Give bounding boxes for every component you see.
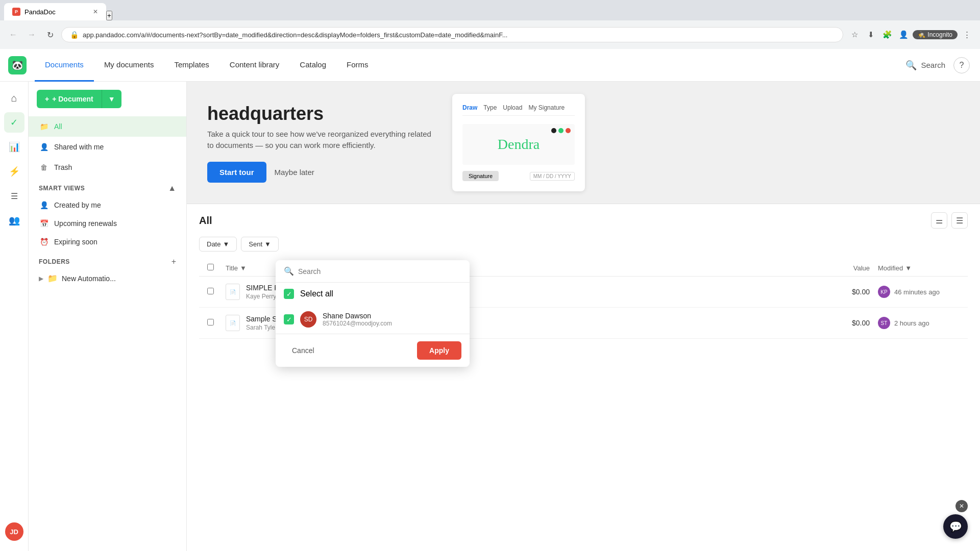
docs-area: All ⚌ ☰ Date ▼ Sent ▼ (187, 204, 980, 551)
upcoming-renewals-label: Upcoming renewals (54, 219, 117, 228)
filter-sort-btn[interactable]: ⚌ (931, 212, 947, 229)
sidebar-item-trash[interactable]: 🗑 Trash (29, 157, 186, 178)
dropdown-select-all-item[interactable]: ✓ Select all (276, 283, 470, 305)
new-doc-group: + + Document ▼ (37, 90, 178, 108)
folder-icon: 📁 (39, 121, 49, 132)
nav-content-library[interactable]: Content library (219, 49, 290, 82)
folders-title: FOLDERS (39, 258, 70, 265)
user-avatar-btn[interactable]: JD (5, 522, 23, 541)
doc-value-0: $0.00 (827, 288, 878, 296)
date-filter-btn[interactable]: Date ▼ (199, 237, 237, 252)
sig-label-btn[interactable]: Signature (462, 171, 499, 181)
dropdown-user-item[interactable]: ✓ SD Shane Dawson 85761024@moodjoy.com (276, 305, 470, 334)
download-button[interactable]: ⬇ (864, 28, 878, 42)
row-checkbox-input-1[interactable] (207, 319, 214, 325)
user-name: Shane Dawson (323, 312, 461, 320)
lightning-icon-btn[interactable]: ⚡ (4, 161, 24, 182)
address-bar[interactable]: 🔒 app.pandadoc.com/a/#/documents-next?so… (61, 27, 843, 42)
back-button[interactable]: ← (6, 28, 20, 42)
tour-image-card: Draw Type Upload My Signature Dendra (452, 94, 585, 191)
new-document-dropdown-btn[interactable]: ▼ (102, 90, 121, 108)
forms-icon-btn[interactable]: ☰ (4, 186, 24, 206)
sig-tab-draw[interactable]: Draw (462, 104, 477, 111)
shared-with-me-label: Shared with me (54, 143, 104, 151)
incognito-label: Incognito (927, 31, 952, 38)
nav-documents[interactable]: Documents (35, 49, 94, 82)
sidebar-expiring-soon[interactable]: ⏰ Expiring soon (29, 233, 186, 251)
select-all-checkbox[interactable] (207, 264, 214, 270)
contacts-icon-btn[interactable]: 👥 (4, 210, 24, 231)
extensions-button[interactable]: 🧩 (880, 28, 894, 42)
apply-button[interactable]: Apply (417, 341, 461, 360)
new-document-button[interactable]: + + Document (37, 90, 102, 108)
trash-icon: 🗑 (39, 162, 49, 172)
sig-signature-preview: Dendra (498, 136, 540, 153)
search-button[interactable]: 🔍 Search (905, 60, 945, 71)
help-button[interactable]: ? (953, 57, 970, 73)
chat-fab-button[interactable]: 💬 (943, 514, 968, 539)
sidebar-item-shared[interactable]: 👤 Shared with me (29, 137, 186, 157)
sent-filter-label: Sent (249, 240, 262, 248)
new-tab-button[interactable]: + (106, 11, 112, 20)
smart-views-toggle[interactable]: ▲ (168, 184, 176, 193)
sidebar-upcoming-renewals[interactable]: 📅 Upcoming renewals (29, 214, 186, 233)
nav-my-documents[interactable]: My documents (94, 49, 164, 82)
sent-filter-arrow: ▼ (264, 240, 271, 248)
sig-tab-upload[interactable]: Upload (503, 104, 522, 111)
sig-tab-type[interactable]: Type (483, 104, 497, 111)
docs-filters: Date ▼ Sent ▼ (199, 237, 968, 252)
bookmark-button[interactable]: ☆ (847, 28, 862, 42)
start-tour-button[interactable]: Start tour (207, 162, 266, 183)
nav-forms[interactable]: Forms (336, 49, 379, 82)
nav-catalog[interactable]: Catalog (289, 49, 336, 82)
doc-avatar-0: KP (878, 286, 890, 298)
reload-button[interactable]: ↻ (43, 28, 57, 42)
forward-button[interactable]: → (24, 28, 39, 42)
nav-templates[interactable]: Templates (164, 49, 219, 82)
add-folder-btn[interactable]: + (172, 257, 176, 266)
profile-button[interactable]: 👤 (896, 28, 911, 42)
checkmark-icon: ✓ (286, 290, 292, 298)
search-label: Search (921, 61, 945, 69)
dropdown-search-input[interactable] (298, 267, 461, 276)
created-by-me-icon: 👤 (39, 200, 49, 210)
select-all-checkbox-dropdown[interactable]: ✓ (284, 289, 294, 299)
sidebar-created-by-me[interactable]: 👤 Created by me (29, 196, 186, 214)
view-toggle-btn[interactable]: ☰ (951, 212, 968, 229)
menu-button[interactable]: ⋮ (960, 28, 974, 42)
cancel-button[interactable]: Cancel (284, 342, 323, 359)
app-container: 🐼 Documents My documents Templates Conte… (0, 49, 980, 551)
expiring-soon-label: Expiring soon (54, 238, 97, 246)
docs-icon-btn[interactable]: ✓ (4, 112, 24, 133)
chat-icon: 💬 (949, 520, 962, 533)
tour-description: Take a quick tour to see how we've reorg… (207, 129, 432, 152)
logo-icon: 🐼 (12, 60, 23, 71)
sent-filter-btn[interactable]: Sent ▼ (241, 237, 279, 252)
maybe-later-button[interactable]: Maybe later (275, 168, 314, 177)
dropdown-panel: 🔍 ✓ Select all ✓ SD Shane Dawson 8576102… (276, 260, 470, 367)
dropdown-user-info: Shane Dawson 85761024@moodjoy.com (323, 312, 461, 327)
doc-modified-1: ST 2 hours ago (878, 317, 960, 329)
user-checkbox[interactable]: ✓ (284, 314, 294, 324)
smart-views-title: SMART VIEWS (39, 185, 85, 192)
sidebar-item-all[interactable]: 📁 All (29, 116, 186, 137)
doc-avatar-1: ST (878, 317, 890, 329)
chat-close-btn[interactable]: ✕ (955, 500, 968, 512)
tab-favicon: P (12, 8, 20, 16)
home-icon-btn[interactable]: ⌂ (4, 88, 24, 108)
main-area: ⌂ ✓ 📊 ⚡ ☰ 👥 JD + + Document ▼ 📁 A (0, 82, 980, 551)
row-checkbox-input-0[interactable] (207, 288, 214, 294)
analytics-icon-btn[interactable]: 📊 (4, 137, 24, 157)
header-checkbox-area (207, 264, 226, 272)
modified-column-header[interactable]: Modified ▼ (878, 264, 960, 272)
sidebar-folder-new-automation[interactable]: ▶ 📁 New Automatio... (29, 269, 186, 287)
tab-close-btn[interactable]: ✕ (93, 8, 98, 15)
row-checkbox-1 (207, 318, 226, 328)
left-icon-bar: ⌂ ✓ 📊 ⚡ ☰ 👥 JD (0, 82, 29, 551)
nav-links: Documents My documents Templates Content… (35, 49, 905, 82)
sidebar: + + Document ▼ 📁 All 👤 Shared with me 🗑 … (29, 82, 187, 551)
sig-tab-my-signature[interactable]: My Signature (528, 104, 565, 111)
incognito-badge: 🕵 Incognito (913, 30, 958, 39)
active-tab[interactable]: P PandaDoc ✕ (4, 3, 106, 20)
top-nav: 🐼 Documents My documents Templates Conte… (0, 49, 980, 82)
